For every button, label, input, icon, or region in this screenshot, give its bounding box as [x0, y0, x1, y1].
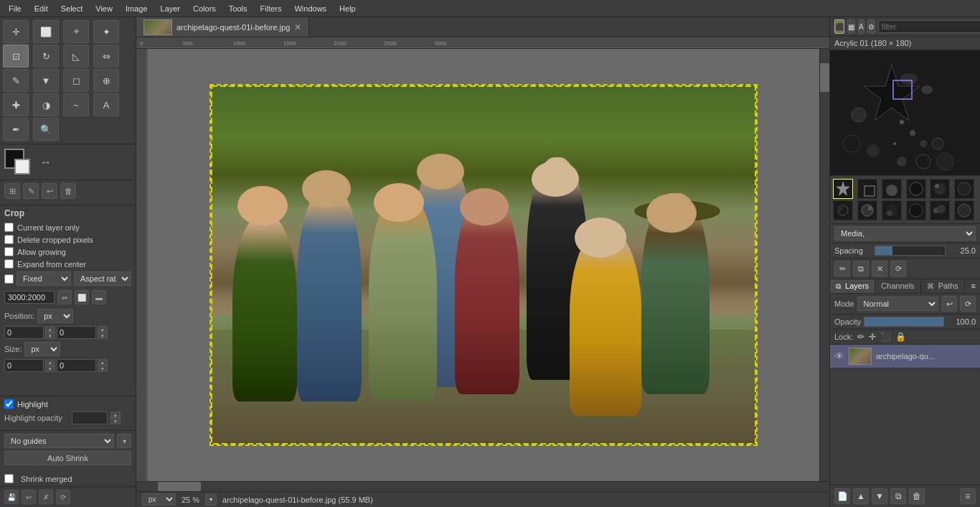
zoom-dropdown-btn[interactable]: ▾ [205, 494, 217, 506]
position-unit-select[interactable]: px % mm [37, 309, 73, 323]
guides-dropdown-icon[interactable]: ▾ [117, 434, 131, 448]
brush-duplicate-button[interactable]: ⧉ [853, 261, 869, 276]
tool-clone[interactable]: ⊕ [93, 69, 119, 92]
auto-shrink-button[interactable]: Auto Shrink [4, 451, 131, 465]
reset-colors-icon[interactable]: ↔ [40, 156, 52, 169]
aspect-ratio-select[interactable]: Aspect ratio Size [74, 271, 131, 286]
position-x-down[interactable]: ▾ [45, 332, 55, 339]
tool-options-reset-icon[interactable]: ↩ [42, 183, 57, 199]
lock-pixels-icon[interactable]: ✏ [857, 332, 864, 342]
menu-image[interactable]: Image [120, 3, 154, 14]
horizontal-scrollbar[interactable] [136, 481, 829, 491]
allow-growing-label[interactable]: Allow growing [17, 248, 66, 256]
fixed-checkbox[interactable] [4, 274, 14, 284]
tool-paint[interactable]: ✎ [3, 69, 29, 92]
tool-fuzzy-select[interactable]: ✦ [93, 20, 119, 43]
fixed-type-select[interactable]: Fixed Width Height [17, 271, 71, 286]
guides-select[interactable]: No guides Center lines Rule of thirds Go… [4, 434, 114, 448]
canvas-viewport[interactable] [148, 49, 819, 481]
layer-item[interactable]: 👁 archipelago-qu... [830, 345, 980, 368]
brush-edit-button[interactable]: ✏ [834, 261, 850, 276]
settings-tab-icon[interactable]: ⚙ [867, 19, 875, 34]
size-landscape-icon[interactable]: ▬ [92, 290, 106, 304]
save-preset-button[interactable]: 💾 [4, 490, 19, 504]
expand-from-center-label[interactable]: Expand from center [17, 260, 86, 269]
position-y-down[interactable]: ▾ [98, 332, 108, 339]
menu-colors[interactable]: Colors [187, 3, 222, 14]
size-link-icon[interactable]: ⇔ [57, 290, 72, 304]
delete-cropped-pixels-label[interactable]: Delete cropped pixels [17, 236, 93, 244]
brush-cell-10[interactable] [906, 200, 926, 220]
brush-cell-3[interactable] [882, 179, 902, 199]
lower-layer-button[interactable]: ▼ [872, 488, 887, 504]
menu-select[interactable]: Select [55, 3, 89, 14]
delete-layer-button[interactable]: 🗑 [909, 488, 925, 504]
menu-help[interactable]: Help [334, 3, 362, 14]
menu-view[interactable]: View [90, 3, 118, 14]
layers-panel-menu[interactable]: ≡ [967, 279, 980, 293]
tool-text[interactable]: A [93, 93, 119, 116]
size-h-input[interactable] [57, 359, 96, 372]
brush-cell-8[interactable] [857, 200, 877, 220]
menu-filters[interactable]: Filters [255, 3, 288, 14]
cancel-preset-button[interactable]: ✗ [39, 490, 53, 504]
media-select[interactable]: Media, Standard Textures [834, 226, 976, 241]
vscroll-thumb[interactable] [820, 63, 829, 92]
lock-alpha-icon[interactable]: ⬛ [880, 332, 891, 342]
size-w-up[interactable]: ▴ [45, 359, 55, 366]
position-y-up[interactable]: ▴ [98, 326, 108, 332]
lock-position-icon[interactable]: ✛ [869, 332, 876, 342]
tool-smudge[interactable]: ~ [63, 93, 89, 116]
highlight-label[interactable]: Highlight [17, 400, 48, 409]
tool-bucket[interactable]: ▼ [33, 69, 59, 92]
current-layer-only-label[interactable]: Current layer only [17, 223, 80, 232]
new-layer-button[interactable]: 📄 [834, 488, 850, 504]
brush-cell-4[interactable] [906, 179, 926, 199]
position-y-input[interactable] [57, 326, 96, 339]
size-portrait-icon[interactable]: ⬜ [75, 290, 89, 304]
mode-history-button[interactable]: ⟳ [960, 296, 976, 312]
size-value-input[interactable]: 3000:2000 [4, 291, 55, 304]
unit-select[interactable]: px % mm [142, 493, 176, 506]
canvas-tab[interactable]: archipelago-quest-01i-before.jpg ✕ [136, 17, 309, 37]
patterns-tab-icon[interactable]: ▦ [847, 19, 855, 34]
tool-options-save-icon[interactable]: ✎ [23, 183, 39, 199]
tool-eraser[interactable]: ◻ [63, 69, 89, 92]
history-button[interactable]: ⟳ [56, 490, 70, 504]
layer-visibility-icon[interactable]: 👁 [834, 350, 844, 362]
size-unit-select[interactable]: px % mm [24, 342, 60, 356]
tool-color-picker[interactable]: ✒ [3, 118, 29, 141]
tool-lasso[interactable]: ⌖ [63, 20, 89, 43]
raise-layer-button[interactable]: ▲ [853, 488, 869, 504]
highlight-opacity-down[interactable]: ▾ [110, 418, 121, 424]
brush-cell-12[interactable] [954, 200, 974, 220]
highlight-opacity-input[interactable]: 50.0 [72, 411, 108, 424]
layer-mode-select[interactable]: Normal Multiply Screen Overlay [857, 297, 938, 311]
menu-file[interactable]: File [3, 3, 27, 14]
expand-from-center-checkbox[interactable] [4, 259, 14, 269]
tool-options-presets-icon[interactable]: ⊞ [4, 183, 20, 199]
position-x-input[interactable] [4, 326, 44, 339]
duplicate-layer-button[interactable]: ⧉ [890, 488, 906, 504]
menu-windows[interactable]: Windows [288, 3, 332, 14]
highlight-checkbox[interactable] [4, 399, 14, 409]
brush-cell-2[interactable] [857, 179, 877, 199]
brush-cell-11[interactable] [930, 200, 950, 220]
size-h-down[interactable]: ▾ [98, 366, 108, 372]
right-panel-menu[interactable]: ≡ [960, 488, 976, 504]
menu-edit[interactable]: Edit [29, 3, 54, 14]
size-h-up[interactable]: ▴ [98, 359, 108, 366]
mode-reset-button[interactable]: ↩ [941, 296, 957, 312]
tool-rect-select[interactable]: ⬜ [33, 20, 59, 43]
brush-cell-9[interactable] [882, 200, 902, 220]
tool-dodge[interactable]: ◑ [33, 93, 59, 116]
opacity-slider[interactable] [864, 317, 944, 327]
highlight-opacity-up[interactable]: ▴ [110, 411, 121, 418]
size-w-down[interactable]: ▾ [45, 366, 55, 372]
vertical-scrollbar[interactable] [819, 49, 829, 481]
tool-move[interactable]: ✛ [3, 20, 29, 43]
tool-zoom[interactable]: 🔍 [33, 118, 59, 141]
brush-cell-7[interactable] [833, 200, 853, 220]
tool-heal[interactable]: ✚ [3, 93, 29, 116]
tab-layers[interactable]: ⧉ Layers [830, 279, 875, 293]
